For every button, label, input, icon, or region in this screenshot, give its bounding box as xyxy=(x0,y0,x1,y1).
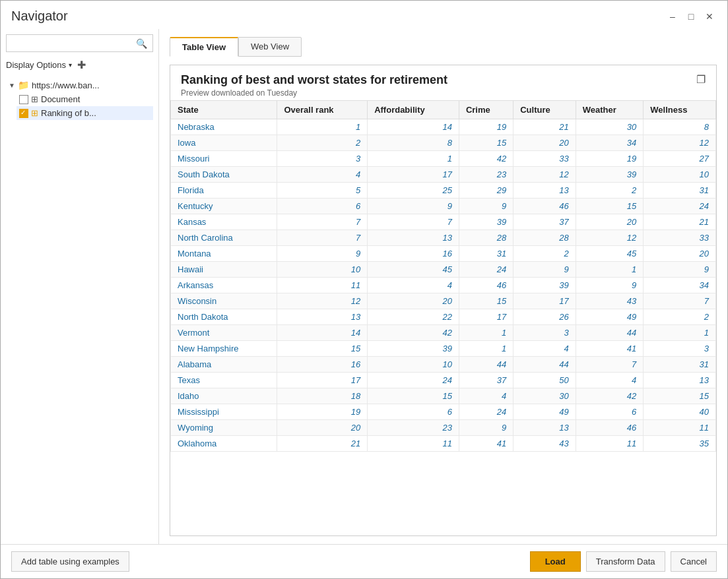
add-table-button[interactable]: Add table using examples xyxy=(11,551,129,572)
table-cell: 2 xyxy=(644,309,716,325)
table-cell: 7 xyxy=(277,230,368,246)
table-cell: 28 xyxy=(459,230,513,246)
search-button[interactable]: 🔍 xyxy=(131,36,152,51)
table-cell: 11 xyxy=(368,436,459,452)
table-cell: 15 xyxy=(459,293,513,309)
table-cell: 44 xyxy=(513,357,576,373)
table-cell: 10 xyxy=(368,357,459,373)
document-checkbox[interactable] xyxy=(19,95,28,104)
table-cell: 15 xyxy=(277,341,368,357)
table-cell: 44 xyxy=(459,357,513,373)
table-cell: 2 xyxy=(576,183,643,198)
footer-right: Load Transform Data Cancel xyxy=(530,551,717,572)
tab-table-view[interactable]: Table View xyxy=(170,37,238,57)
table-cell: 28 xyxy=(513,230,576,246)
table-cell: 24 xyxy=(459,404,513,420)
cancel-button[interactable]: Cancel xyxy=(671,551,717,572)
window-controls: – □ ✕ xyxy=(665,9,717,24)
table-row: Wyoming20239134611 xyxy=(171,420,716,436)
table-cell: 4 xyxy=(368,278,459,293)
table-cell: 9 xyxy=(277,246,368,262)
table-row: North Carolina71328281233 xyxy=(171,230,716,246)
table-row: Texas17243750413 xyxy=(171,373,716,388)
table-cell: New Hampshire xyxy=(171,341,277,357)
ranking-table-icon: ⊞ xyxy=(31,108,38,118)
tree-item-document[interactable]: ⊞ Document xyxy=(17,92,153,106)
display-options-arrow: ▾ xyxy=(69,61,72,69)
table-cell: 6 xyxy=(277,198,368,214)
table-cell: 11 xyxy=(576,436,643,452)
table-cell: 11 xyxy=(277,278,368,293)
maximize-button[interactable]: □ xyxy=(684,9,698,24)
ranking-checkbox[interactable] xyxy=(19,109,28,118)
table-cell: 46 xyxy=(576,420,643,436)
footer-left: Add table using examples xyxy=(11,551,129,572)
table-cell: 4 xyxy=(459,388,513,404)
table-cell: 19 xyxy=(459,119,513,135)
table-header: StateOverall rankAffordabilityCrimeCultu… xyxy=(171,101,716,119)
table-cell: 19 xyxy=(277,404,368,420)
table-cell: 7 xyxy=(277,214,368,230)
table-cell: 10 xyxy=(277,262,368,278)
tree-arrow-icon: ▼ xyxy=(9,82,15,89)
table-row: North Dakota13221726492 xyxy=(171,309,716,325)
table-row: South Dakota41723123910 xyxy=(171,167,716,183)
right-panel: Table View Web View Ranking of best and … xyxy=(159,29,727,544)
table-row: Vermont144213441 xyxy=(171,325,716,341)
table-cell: South Dakota xyxy=(171,167,277,183)
tree-item-ranking[interactable]: ⊞ Ranking of b... xyxy=(17,106,153,120)
preview-area: Ranking of best and worst states for ret… xyxy=(170,65,717,536)
transform-data-button[interactable]: Transform Data xyxy=(586,551,665,572)
display-options-button[interactable]: Display Options ▾ xyxy=(6,60,72,70)
table-cell: Missouri xyxy=(171,151,277,167)
table-cell: 39 xyxy=(576,167,643,183)
tab-web-view[interactable]: Web View xyxy=(238,37,302,57)
table-cell: 24 xyxy=(368,373,459,388)
table-cell: 46 xyxy=(513,198,576,214)
minimize-button[interactable]: – xyxy=(665,9,680,24)
table-cell: 6 xyxy=(576,404,643,420)
table-cell: 45 xyxy=(576,246,643,262)
table-row: New Hampshire153914413 xyxy=(171,341,716,357)
table-cell: 30 xyxy=(576,119,643,135)
load-button[interactable]: Load xyxy=(530,551,581,572)
table-row: Montana9163124520 xyxy=(171,246,716,262)
title-bar: Navigator – □ ✕ xyxy=(1,1,727,29)
table-cell: 9 xyxy=(459,420,513,436)
search-input[interactable] xyxy=(7,35,131,51)
table-cell: 13 xyxy=(644,373,716,388)
table-cell: 45 xyxy=(368,262,459,278)
display-options-row: Display Options ▾ ✚ xyxy=(6,59,153,71)
main-content: 🔍 Display Options ▾ ✚ ▼ 📁 https://www.ba… xyxy=(1,29,727,544)
table-cell: Kansas xyxy=(171,214,277,230)
table-cell: 1 xyxy=(459,341,513,357)
tree-url-row[interactable]: ▼ 📁 https://www.ban... xyxy=(6,78,153,92)
preview-title: Ranking of best and worst states for ret… xyxy=(181,73,447,87)
table-cell: 34 xyxy=(576,135,643,151)
add-table-icon-button[interactable]: ✚ xyxy=(77,59,86,71)
header-row: StateOverall rankAffordabilityCrimeCultu… xyxy=(171,101,716,119)
table-cell: 20 xyxy=(644,246,716,262)
table-cell: 35 xyxy=(644,436,716,452)
table-container[interactable]: StateOverall rankAffordabilityCrimeCultu… xyxy=(170,100,716,535)
table-cell: 23 xyxy=(459,167,513,183)
table-cell: 24 xyxy=(459,262,513,278)
table-cell: 14 xyxy=(368,119,459,135)
table-cell: 30 xyxy=(513,388,576,404)
copy-button[interactable]: ❐ xyxy=(696,73,706,86)
table-cell: 11 xyxy=(644,420,716,436)
table-cell: 17 xyxy=(459,309,513,325)
table-cell: 22 xyxy=(368,309,459,325)
close-button[interactable]: ✕ xyxy=(702,9,717,24)
table-cell: 9 xyxy=(644,262,716,278)
table-cell: 7 xyxy=(576,357,643,373)
column-header: Overall rank xyxy=(277,101,368,119)
table-cell: Hawaii xyxy=(171,262,277,278)
table-cell: 34 xyxy=(644,278,716,293)
table-cell: Wyoming xyxy=(171,420,277,436)
table-row: Mississippi1962449640 xyxy=(171,404,716,420)
table-cell: 29 xyxy=(459,183,513,198)
table-row: Oklahoma211141431135 xyxy=(171,436,716,452)
column-header: Wellness xyxy=(644,101,716,119)
table-cell: 16 xyxy=(368,246,459,262)
